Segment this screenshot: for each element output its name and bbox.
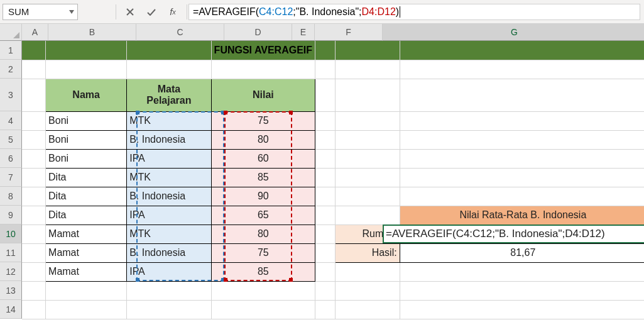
cell[interactable]: 75 <box>211 243 315 262</box>
name-box[interactable]: SUM <box>3 4 78 20</box>
spreadsheet-grid[interactable]: 1 2 3 4 5 6 7 8 9 10 11 12 13 14 A B C D… <box>0 24 644 327</box>
table-row: DitaMTK85 <box>22 168 644 187</box>
table-row: DitaB. Indonesia90 <box>22 187 644 206</box>
result-header[interactable]: Nilai Rata-Rata B. Indonesia <box>400 206 644 224</box>
text-caret <box>400 6 400 18</box>
formula-buttons: fx <box>117 6 185 18</box>
fx-icon[interactable]: fx <box>166 6 179 18</box>
table-row: BoniMTK75 <box>22 111 644 130</box>
row-header[interactable]: 9 <box>0 206 22 224</box>
cell[interactable]: B. Indonesia <box>127 243 211 262</box>
header-nama[interactable]: Nama <box>46 79 127 111</box>
header-nilai[interactable]: Nilai <box>211 79 315 111</box>
table-row <box>22 281 644 300</box>
hasil-value[interactable]: 81,67 <box>400 243 644 262</box>
formula-func: AVERAGEIF <box>199 6 255 18</box>
header-mapel[interactable]: Mata Pelajaran <box>127 79 211 111</box>
cell[interactable]: 80 <box>211 130 315 149</box>
row-header[interactable]: 7 <box>0 168 22 187</box>
cell[interactable]: MTK <box>127 224 211 243</box>
table-row: DitaIPA65 Nilai Rata-Rata B. Indonesia <box>22 206 644 224</box>
formula-eq: = <box>193 6 199 18</box>
column-headers: A B C D E F G <box>22 24 644 41</box>
cell[interactable]: MTK <box>127 168 211 187</box>
table-row: MamatIPA85 <box>22 262 644 281</box>
cancel-icon[interactable] <box>124 6 136 18</box>
enter-icon[interactable] <box>145 6 158 18</box>
row-header[interactable]: 12 <box>0 262 22 281</box>
sheet-table[interactable]: FUNGSI AVERAGEIF Nama Mata Pelajaran Nil… <box>22 41 644 319</box>
select-all-corner[interactable] <box>0 24 22 41</box>
cell[interactable]: 60 <box>211 149 315 168</box>
cell[interactable]: IPA <box>127 206 211 224</box>
formula-input[interactable]: =AVERAGEIF(C4:C12;"B. Indonesia";D4:D12) <box>188 4 640 20</box>
table-row: MamatMTK80 Rumus: <box>22 224 644 243</box>
row-headers: 1 2 3 4 5 6 7 8 9 10 11 12 13 14 <box>0 41 22 319</box>
table-row: BoniIPA60 <box>22 149 644 168</box>
sheet-title: FUNGSI AVERAGEIF <box>214 45 312 55</box>
column-header[interactable]: E <box>292 24 315 41</box>
cell[interactable]: Mamat <box>46 224 127 243</box>
table-row <box>22 300 644 319</box>
row-header[interactable]: 8 <box>0 187 22 206</box>
formula-close: ) <box>396 6 399 18</box>
row-header[interactable]: 14 <box>0 300 22 319</box>
row-header[interactable]: 1 <box>0 41 22 60</box>
header-mapel-text: Mata Pelajaran <box>146 84 191 106</box>
row-header[interactable]: 3 <box>0 79 22 111</box>
cell[interactable]: 75 <box>211 111 315 130</box>
cell[interactable]: Dita <box>46 168 127 187</box>
cells-area[interactable]: FUNGSI AVERAGEIF Nama Mata Pelajaran Nil… <box>22 41 644 319</box>
row-header[interactable]: 11 <box>0 243 22 262</box>
chevron-down-icon[interactable] <box>68 9 75 15</box>
formula-string: "B. Indonesia" <box>296 6 359 18</box>
cell[interactable]: IPA <box>127 149 211 168</box>
cell[interactable]: Mamat <box>46 243 127 262</box>
cell[interactable]: 90 <box>211 187 315 206</box>
cell[interactable]: 80 <box>211 224 315 243</box>
table-row <box>22 60 644 79</box>
cell[interactable]: MTK <box>127 111 211 130</box>
cell[interactable]: B. Indonesia <box>127 187 211 206</box>
row-header[interactable]: 4 <box>0 111 22 130</box>
column-header[interactable]: A <box>22 24 48 41</box>
row-header[interactable]: 2 <box>0 60 22 79</box>
cell[interactable]: 85 <box>211 262 315 281</box>
column-header[interactable]: C <box>136 24 224 41</box>
rumus-value[interactable] <box>400 224 644 243</box>
table-row: BoniB. Indonesia80 <box>22 130 644 149</box>
column-header[interactable]: D <box>224 24 292 41</box>
name-box-value: SUM <box>8 6 68 17</box>
cell[interactable]: Dita <box>46 206 127 224</box>
row-header[interactable]: 5 <box>0 130 22 149</box>
formula-range2: D4:D12 <box>362 6 396 18</box>
column-header[interactable]: B <box>48 24 136 41</box>
row-header[interactable]: 6 <box>0 149 22 168</box>
table-row: MamatB. Indonesia75 Hasil: 81,67 <box>22 243 644 262</box>
column-header[interactable]: G <box>383 24 644 41</box>
row-header[interactable]: 13 <box>0 281 22 300</box>
cell[interactable]: B. Indonesia <box>127 130 211 149</box>
table-row: FUNGSI AVERAGEIF <box>22 41 644 60</box>
row-header[interactable]: 10 <box>0 224 22 243</box>
cell[interactable]: Boni <box>46 111 127 130</box>
title-cell[interactable]: FUNGSI AVERAGEIF <box>211 41 315 60</box>
cell[interactable]: Boni <box>46 149 127 168</box>
cell[interactable]: Mamat <box>46 262 127 281</box>
formula-bar: SUM fx =AVERAGEIF(C4:C12;"B. Indonesia";… <box>0 0 644 24</box>
formula-range1: C4:C12 <box>259 6 293 18</box>
cell[interactable]: Dita <box>46 187 127 206</box>
cell[interactable]: IPA <box>127 262 211 281</box>
column-header[interactable]: F <box>315 24 383 41</box>
hasil-label[interactable]: Hasil: <box>336 243 400 262</box>
table-row: Nama Mata Pelajaran Nilai <box>22 79 644 111</box>
cell[interactable]: Boni <box>46 130 127 149</box>
cell[interactable]: 65 <box>211 206 315 224</box>
cell[interactable]: 85 <box>211 168 315 187</box>
rumus-label[interactable]: Rumus: <box>336 224 400 243</box>
